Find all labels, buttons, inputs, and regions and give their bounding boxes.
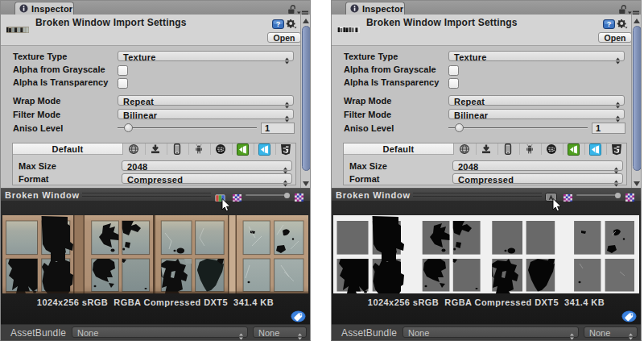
svg-text:?: ? [607,20,612,28]
svg-text:?: ? [276,20,281,28]
